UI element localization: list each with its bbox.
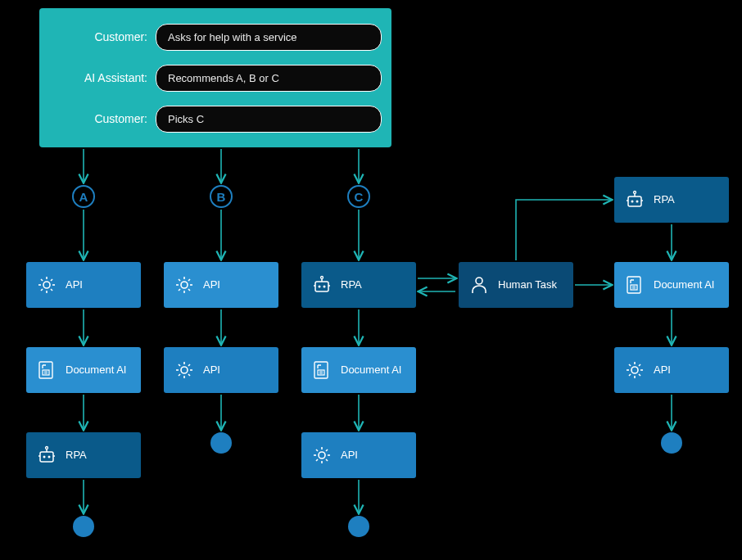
end-c bbox=[348, 516, 369, 537]
document-ai-icon bbox=[311, 359, 333, 381]
node-label: RPA bbox=[66, 449, 87, 462]
gear-icon bbox=[311, 445, 333, 466]
node-r-document-ai: Document AI bbox=[614, 262, 729, 308]
chat-row-1: Customer: Asks for help with a service bbox=[49, 24, 382, 51]
node-c-rpa: RPA bbox=[301, 262, 416, 308]
option-c-label: C bbox=[355, 190, 364, 204]
node-label: API bbox=[654, 364, 671, 377]
chat-panel: Customer: Asks for help with a service A… bbox=[39, 8, 391, 147]
node-a-document-ai: Document AI bbox=[26, 347, 141, 393]
option-b: B bbox=[210, 185, 233, 208]
human-icon bbox=[468, 274, 490, 296]
node-label: Document AI bbox=[341, 364, 401, 377]
node-label: RPA bbox=[341, 279, 362, 291]
robot-icon bbox=[311, 274, 333, 296]
node-r-rpa: RPA bbox=[614, 177, 729, 223]
node-label: API bbox=[66, 279, 83, 291]
chat-bubble-2: Recommends A, B or C bbox=[156, 65, 382, 92]
chat-label-assistant: AI Assistant: bbox=[49, 71, 147, 84]
node-label: RPA bbox=[654, 194, 675, 206]
node-r-api: API bbox=[614, 347, 729, 393]
node-a-rpa: RPA bbox=[26, 432, 141, 478]
gear-icon bbox=[36, 274, 57, 296]
chat-row-2: AI Assistant: Recommends A, B or C bbox=[49, 65, 382, 92]
node-c-api: API bbox=[301, 432, 416, 478]
node-label: Document AI bbox=[654, 279, 714, 291]
end-r bbox=[661, 432, 682, 454]
node-b-api-2: API bbox=[164, 347, 278, 393]
chat-label-customer-2: Customer: bbox=[49, 112, 147, 125]
gear-icon bbox=[624, 359, 645, 381]
node-label: Document AI bbox=[66, 364, 126, 377]
chat-bubble-3: Picks C bbox=[156, 106, 382, 133]
document-ai-icon bbox=[624, 274, 645, 296]
node-human-task: Human Task bbox=[459, 262, 573, 308]
option-b-label: B bbox=[217, 190, 226, 204]
node-label: API bbox=[203, 364, 220, 377]
node-label: Human Task bbox=[498, 279, 557, 291]
option-a: A bbox=[72, 185, 95, 208]
node-label: API bbox=[341, 449, 358, 462]
end-b bbox=[210, 432, 232, 454]
option-c: C bbox=[347, 185, 370, 208]
option-a-label: A bbox=[79, 190, 88, 204]
chat-row-3: Customer: Picks C bbox=[49, 106, 382, 133]
document-ai-icon bbox=[36, 359, 57, 381]
chat-bubble-1: Asks for help with a service bbox=[156, 24, 382, 51]
robot-icon bbox=[624, 189, 645, 210]
gear-icon bbox=[174, 274, 195, 296]
node-label: API bbox=[203, 279, 220, 291]
node-b-api-1: API bbox=[164, 262, 278, 308]
end-a bbox=[73, 516, 94, 537]
robot-icon bbox=[36, 445, 57, 466]
chat-label-customer-1: Customer: bbox=[49, 30, 147, 43]
gear-icon bbox=[174, 359, 195, 381]
node-c-document-ai: Document AI bbox=[301, 347, 416, 393]
node-a-api: API bbox=[26, 262, 141, 308]
